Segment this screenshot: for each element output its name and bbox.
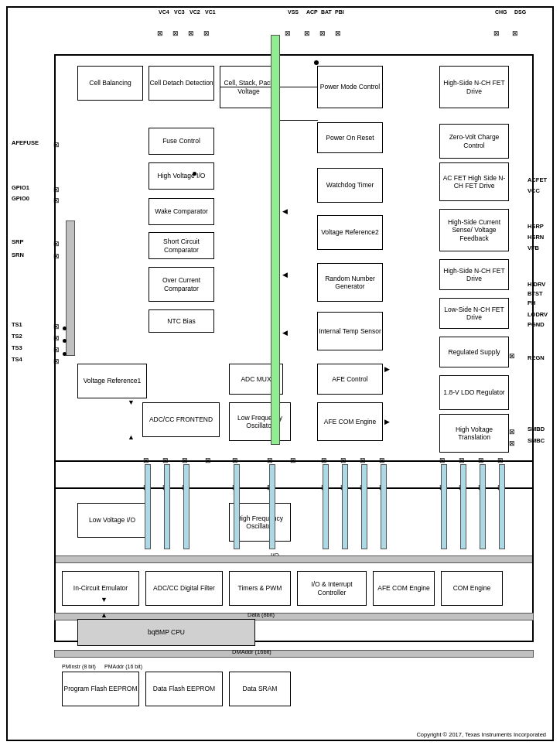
- pin-dsg: DSG: [514, 9, 526, 15]
- dmaddr-bus: [54, 650, 534, 658]
- dot-ts2: [63, 339, 67, 343]
- timers-pwm-block: Timers & PWM: [229, 571, 291, 606]
- cross-vc2: ⊠: [188, 29, 194, 37]
- pin-vc3: VC3: [174, 9, 185, 15]
- label-ts2: TS2: [12, 333, 22, 340]
- high-nch-block: High-Side N-CH FET Drive: [439, 259, 509, 290]
- internal-temp-block: Internal Temp Sensor: [317, 312, 383, 350]
- arrow-afe-1: ▶: [384, 365, 390, 373]
- label-lodrv: LODRV: [528, 311, 548, 318]
- dot-ntc: [193, 172, 196, 176]
- cross-vss: ⊠: [285, 29, 291, 37]
- pin-pbi: PBI: [335, 9, 344, 15]
- pin-chg: CHG: [495, 9, 507, 15]
- high-volt-trans-block: High Voltage Translation: [439, 414, 509, 453]
- arrow-lvio-down: ▼: [101, 596, 108, 603]
- afe-com-engine-block: AFE COM Engine: [317, 402, 383, 441]
- cross-vc1: ⊠: [203, 29, 210, 37]
- cross-ts4: ⊠: [53, 357, 60, 365]
- cross-bat: ⊠: [319, 29, 326, 37]
- adc-cc-filter-block: ADC/CC Digital Filter: [145, 571, 223, 606]
- label-srp: SRP: [12, 238, 23, 245]
- pin-acp: ACP: [306, 9, 318, 15]
- blue-bus-6: [323, 464, 329, 549]
- over-current-block: Over Current Comparator: [149, 267, 214, 302]
- blue-bus-3: [183, 464, 190, 549]
- label-ts3: TS3: [12, 344, 22, 351]
- afe-com-engine2-block: AFE COM Engine: [373, 571, 435, 606]
- cell-detach-block: Cell Detach Detection: [149, 66, 214, 101]
- afe-control-block: AFE Control: [317, 364, 383, 395]
- label-hsrn: HSRN: [528, 234, 544, 241]
- label-vfb: VFB: [528, 244, 539, 251]
- data-sram-block: Data SRAM: [229, 672, 291, 706]
- blue-bus-1: [145, 464, 151, 549]
- label-ph: PH: [528, 299, 535, 306]
- high-side-fet-block: High-Side N-CH FET Drive: [439, 66, 509, 108]
- ntc-bias-block: NTC Bias: [149, 309, 214, 333]
- cross-chg: ⊠: [493, 29, 500, 37]
- cross-smbd: ⊠: [509, 428, 515, 436]
- arrow-lvio-up: ▲: [101, 611, 108, 619]
- cross-srn: ⊠: [53, 252, 60, 260]
- bqbmp-cpu-block: bqBMP CPU: [77, 619, 255, 646]
- arrow-green-3: ◀: [282, 329, 288, 337]
- random-num-block: Random Number Generator: [317, 263, 383, 302]
- ac-fet-block: AC FET High Side N-CH FET Drive: [439, 162, 509, 201]
- label-ts4: TS4: [12, 356, 22, 363]
- arrow-gray-up: ▲: [128, 433, 135, 441]
- green-bus-vertical: [271, 35, 280, 445]
- regulated-supply-block: Regulated Supply: [439, 337, 509, 367]
- label-gpio0: GPIO0: [12, 195, 29, 202]
- hline-3: [275, 120, 318, 121]
- cross-regn: ⊠: [509, 352, 515, 360]
- cross-ts2: ⊠: [53, 334, 60, 342]
- cross-afefuse: ⊠: [53, 141, 60, 149]
- pin-bat: BAT: [321, 9, 332, 15]
- data-8bit-label: Data (8bit): [248, 611, 275, 618]
- short-circuit-block: Short Circuit Comparator: [149, 232, 214, 259]
- arrow-afe-2: ▶: [384, 418, 390, 426]
- label-vcc: VCC: [528, 187, 540, 194]
- gray-bus-left: [66, 220, 75, 356]
- cell-balancing-block: Cell Balancing: [77, 66, 143, 101]
- blue-bus-4: [234, 464, 240, 549]
- wake-comp-block: Wake Comparator: [149, 198, 214, 225]
- data-flash-block: Data Flash EEPROM: [145, 672, 223, 706]
- blue-bus-13: [499, 464, 505, 549]
- label-pminstr: PMInstr (8 bit): [62, 664, 96, 669]
- cross-ts3: ⊠: [53, 346, 60, 354]
- arrow-gray-down: ▼: [128, 398, 135, 406]
- com-engine-block: COM Engine: [441, 571, 503, 606]
- dot-1: [314, 60, 319, 65]
- blue-bus-5: [269, 464, 275, 549]
- label-pgnd: PGND: [528, 321, 545, 328]
- copyright-text: Copyright © 2017, Texas Instruments Inco…: [416, 731, 546, 738]
- blue-bus-8: [361, 464, 367, 549]
- io-interrupt-block: I/O & Interrupt Controller: [297, 571, 367, 606]
- blue-bus-11: [460, 464, 466, 549]
- label-srn: SRN: [12, 251, 24, 258]
- arrow-green-1: ◀: [282, 207, 288, 215]
- dot-ts1: [63, 326, 67, 330]
- cross-dsg: ⊠: [512, 29, 518, 37]
- hline-1: [220, 87, 275, 87]
- zero-volt-block: Zero-Volt Charge Control: [439, 124, 509, 159]
- program-flash-block: Program Flash EEPROM: [62, 672, 139, 706]
- cross-srp: ⊠: [53, 240, 60, 248]
- fuse-control-block: Fuse Control: [149, 128, 214, 155]
- label-afefuse: AFEFUSE: [12, 139, 39, 146]
- voltage-ref1-block: Voltage Reference1: [77, 364, 147, 398]
- low-nch-block: Low-Side N-CH FET Drive: [439, 298, 509, 329]
- cross-vc3: ⊠: [172, 29, 179, 37]
- dot-ts3: [63, 352, 67, 356]
- pin-vc1: VC1: [205, 9, 216, 15]
- high-volt-io-block: High Voltage I/O: [149, 162, 214, 190]
- blue-bus-12: [480, 464, 486, 549]
- cross-vc4: ⊠: [157, 29, 163, 37]
- label-smbc: SMBC: [528, 437, 545, 444]
- blue-bus-7: [342, 464, 348, 549]
- watchdog-block: Watchdog Timer: [317, 168, 383, 203]
- label-regn: REGN: [528, 354, 545, 361]
- label-pmaddr: PMAddr (16 bit): [104, 664, 142, 669]
